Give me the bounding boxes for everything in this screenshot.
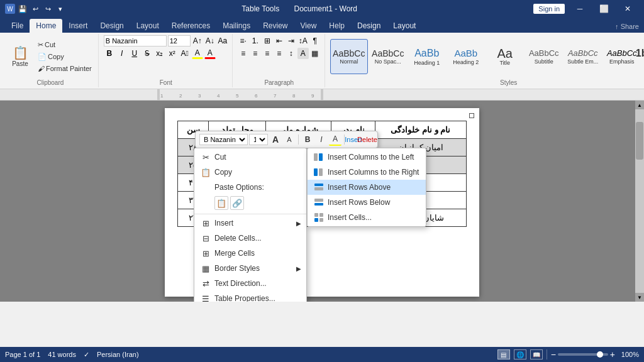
minimize-button[interactable]: ─ <box>569 0 591 18</box>
zoom-slider[interactable] <box>558 353 608 356</box>
style-heading1[interactable]: AaBb Heading 1 <box>408 39 446 74</box>
mini-font-select[interactable]: B Nazanin <box>199 134 248 145</box>
tab-file[interactable]: File <box>5 19 30 33</box>
tab-design[interactable]: Design <box>94 19 130 33</box>
grow-font-button[interactable]: A↑ <box>192 35 203 47</box>
tab-mailings[interactable]: Mailings <box>216 19 257 33</box>
para-row2: ≡ ≡ ≡ ≡ ↕ A ▦ <box>238 48 321 59</box>
subscript-button[interactable]: x₂ <box>154 48 165 59</box>
text-effects-button[interactable]: A⃝ <box>179 48 191 59</box>
customize-quick-btn[interactable]: ▾ <box>55 4 65 14</box>
svg-text:5: 5 <box>236 93 239 99</box>
ctx-text-direction[interactable]: ⇄ Text Direction... <box>194 276 306 291</box>
numbering-button[interactable]: 1. <box>250 35 261 47</box>
paste-opt-2[interactable]: 🔗 <box>230 196 244 210</box>
tab-home[interactable]: Home <box>30 19 62 33</box>
borders-button[interactable]: ▦ <box>309 48 321 59</box>
sub-insert-row-below[interactable]: Insert Rows Below <box>308 195 426 210</box>
font-size-input[interactable] <box>168 35 191 47</box>
format-painter-button[interactable]: 🖌 Format Painter <box>35 63 94 74</box>
decrease-indent-button[interactable]: ⇤ <box>274 35 285 47</box>
superscript-button[interactable]: x² <box>167 48 178 59</box>
zoom-thumb[interactable] <box>597 351 603 358</box>
multilevel-button[interactable]: ⊞ <box>262 35 273 47</box>
undo-quick-btn[interactable]: ↩ <box>30 4 40 14</box>
restore-button[interactable]: ⬜ <box>592 0 615 18</box>
shrink-font-button[interactable]: A↓ <box>204 35 216 47</box>
sub-insert-cells[interactable]: Insert Cells... <box>308 210 426 225</box>
scroll-down-btn[interactable]: ▼ <box>635 293 644 302</box>
style-subtle-em[interactable]: AaBbCc Subtle Em... <box>564 39 602 74</box>
tab-table-layout[interactable]: Layout <box>387 19 422 33</box>
cut-button[interactable]: ✂ Cut <box>35 39 94 50</box>
print-layout-btn[interactable]: ▤ <box>497 349 510 359</box>
table-select-handle[interactable] <box>469 113 474 118</box>
sort-button[interactable]: ↕A <box>297 35 309 47</box>
close-button[interactable]: ✕ <box>616 0 639 18</box>
tab-review[interactable]: Review <box>257 19 294 33</box>
mini-bold-btn[interactable]: B <box>301 133 314 146</box>
style-normal[interactable]: AaBbCc Normal <box>330 39 368 74</box>
sub-insert-row-above[interactable]: Insert Rows Above <box>308 180 426 195</box>
tab-help[interactable]: Help <box>323 19 351 33</box>
style-title-preview: Aa <box>497 47 513 60</box>
style-no-spacing[interactable]: AaBbCc No Spac... <box>369 39 407 74</box>
zoom-in-btn[interactable]: + <box>610 349 615 359</box>
signin-button[interactable]: Sign in <box>533 4 565 14</box>
web-view-btn[interactable]: 🌐 <box>514 349 526 359</box>
bullets-button[interactable]: ≡· <box>238 35 249 47</box>
paste-button[interactable]: 📋 Paste <box>6 39 34 74</box>
share-button[interactable]: ↑ Share <box>615 23 639 33</box>
ctx-border-styles[interactable]: ▦ Border Styles ▶ <box>194 261 306 276</box>
tab-table-design[interactable]: Design <box>351 19 387 33</box>
sub-insert-col-left[interactable]: Insert Columns to the Left <box>308 150 426 165</box>
ctx-cut[interactable]: ✂ Cut <box>194 150 306 165</box>
tab-layout[interactable]: Layout <box>130 19 165 33</box>
highlight-button[interactable]: A <box>192 48 203 59</box>
vertical-scrollbar[interactable]: ▲ ▼ <box>635 101 644 302</box>
ctx-delete-cells[interactable]: ⊟ Delete Cells... <box>194 231 306 246</box>
italic-button[interactable]: I <box>116 48 128 59</box>
ctx-copy[interactable]: 📋 Copy <box>194 165 306 180</box>
style-heading2[interactable]: AaBb Heading 2 <box>447 39 485 74</box>
mini-highlight-btn[interactable]: A <box>329 133 341 146</box>
zoom-out-btn[interactable]: − <box>551 349 556 359</box>
scroll-thumb[interactable] <box>636 122 643 160</box>
clear-format-button[interactable]: Aa <box>217 35 228 47</box>
style-title[interactable]: Aa Title <box>486 39 524 74</box>
mini-size-select[interactable]: 12 <box>249 134 268 145</box>
sub-insert-col-right[interactable]: Insert Columns to the Right <box>308 165 426 180</box>
save-quick-btn[interactable]: 💾 <box>18 4 28 14</box>
font-color-button[interactable]: A <box>204 48 216 59</box>
paragraph-group: ≡· 1. ⊞ ⇤ ⇥ ↕A ¶ ≡ ≡ ≡ ≡ ↕ A ▦ Paragraph <box>234 34 325 87</box>
mini-shrink-btn[interactable]: A <box>283 133 296 146</box>
paste-opt-1[interactable]: 📋 <box>214 196 228 210</box>
mini-grow-btn[interactable]: A <box>269 133 282 146</box>
svg-text:9: 9 <box>311 93 314 99</box>
mini-italic-btn[interactable]: I <box>315 133 328 146</box>
increase-indent-button[interactable]: ⇥ <box>286 35 297 47</box>
bold-button[interactable]: B <box>104 48 115 59</box>
strikethrough-button[interactable]: S̶ <box>142 48 153 59</box>
line-spacing-button[interactable]: ↕ <box>286 48 297 59</box>
justify-button[interactable]: ≡ <box>274 48 285 59</box>
show-para-button[interactable]: ¶ <box>309 35 321 47</box>
tab-view[interactable]: View <box>294 19 323 33</box>
align-left-button[interactable]: ≡ <box>238 48 249 59</box>
tab-references[interactable]: References <box>165 19 216 33</box>
tab-insert[interactable]: Insert <box>62 19 94 33</box>
redo-quick-btn[interactable]: ↪ <box>43 4 53 14</box>
font-name-input[interactable] <box>104 35 167 47</box>
align-right-button[interactable]: ≡ <box>262 48 273 59</box>
ctx-insert[interactable]: ⊞ Insert ▶ <box>194 216 306 231</box>
ctx-merge-cells[interactable]: ⊞ Merge Cells <box>194 246 306 261</box>
style-subtitle[interactable]: AaBbCc Subtitle <box>525 39 563 74</box>
read-view-btn[interactable]: 📖 <box>530 349 543 359</box>
shading-button[interactable]: A <box>297 48 309 59</box>
align-center-button[interactable]: ≡ <box>250 48 261 59</box>
mini-delete-btn[interactable]: Delete <box>361 133 374 146</box>
underline-button[interactable]: U <box>129 48 140 59</box>
ctx-table-props[interactable]: ☰ Table Properties... <box>194 291 306 302</box>
copy-button[interactable]: 📄 Copy <box>35 51 94 62</box>
scroll-up-btn[interactable]: ▲ <box>635 101 644 109</box>
